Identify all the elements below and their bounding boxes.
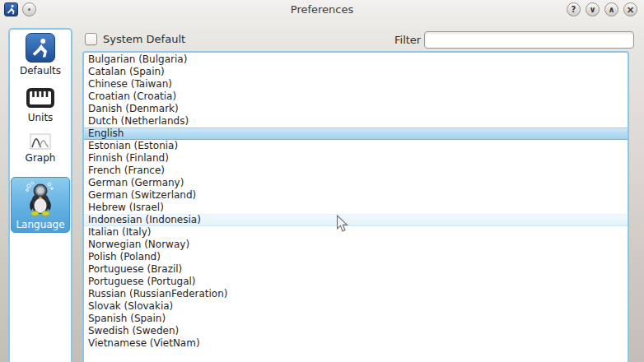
keep-above-button[interactable]: ∧ [604, 2, 618, 16]
sidebar-item-language[interactable]: Language [11, 177, 70, 233]
penguin-icon [23, 180, 58, 216]
close-button[interactable]: × [623, 2, 637, 16]
language-list: Bulgarian (Bulgaria)Catalan (Spain)Chine… [82, 51, 629, 362]
sidebar-item-label: Language [16, 219, 64, 230]
language-list-item[interactable]: Croatian (Croatia) [84, 90, 628, 103]
language-list-item[interactable]: Norwegian (Norway) [84, 239, 628, 251]
sidebar-item-label: Units [28, 112, 54, 123]
language-list-item[interactable]: Portuguese (Brazil) [84, 263, 628, 276]
language-list-item[interactable]: Chinese (Taiwan) [84, 78, 628, 90]
sidebar-item-label: Graph [26, 152, 56, 164]
window-controls: ? ∨ ∧ × [567, 2, 637, 16]
language-list-item[interactable]: German (Switzerland) [84, 189, 628, 202]
sidebar-item-graph[interactable]: Graph [11, 132, 70, 165]
language-list-item[interactable]: Catalan (Spain) [84, 66, 628, 78]
window-title: Preferences [0, 3, 644, 16]
sidebar-item-units[interactable]: Units [11, 85, 70, 125]
sidebar-item-defaults[interactable]: Defaults [11, 31, 70, 78]
language-list-item[interactable]: Spanish (Spain) [84, 313, 628, 325]
language-list-item[interactable]: Vietnamese (VietNam) [84, 337, 628, 350]
language-list-item[interactable]: German (Germany) [84, 177, 628, 189]
language-list-item[interactable]: Indonesian (Indonesia) [84, 214, 628, 226]
language-list-item[interactable]: Hebrew (Israel) [84, 202, 628, 214]
language-list-item[interactable]: Dutch (Netherlands) [84, 115, 628, 128]
checkbox-box-icon[interactable] [85, 33, 97, 45]
ruler-icon [26, 86, 55, 109]
language-list-item[interactable]: Slovak (Slovakia) [84, 300, 628, 313]
sidebar-item-label: Defaults [20, 65, 61, 77]
filter-label: Filter [394, 34, 421, 46]
system-default-label: System Default [103, 33, 185, 45]
keep-below-button[interactable]: ∨ [586, 2, 600, 16]
language-list-item[interactable]: Bulgarian (Bulgaria) [84, 53, 628, 66]
language-list-item[interactable]: Danish (Denmark) [84, 103, 628, 115]
language-list-item[interactable]: Portuguese (Portugal) [84, 276, 628, 288]
system-default-checkbox[interactable]: System Default [85, 33, 185, 45]
graph-icon [30, 133, 51, 150]
language-list-item[interactable]: Polish (Poland) [84, 251, 628, 263]
category-sidebar: DefaultsUnitsGraphLanguage [8, 28, 72, 362]
titlebar: Preferences ? ∨ ∧ × [0, 0, 644, 18]
language-list-item[interactable]: Russian (RussianFederation) [84, 288, 628, 300]
language-list-item[interactable]: Finnish (Finland) [84, 152, 628, 165]
language-list-item[interactable]: English [84, 128, 628, 140]
language-list-item[interactable]: Swedish (Sweden) [84, 325, 628, 337]
language-list-item[interactable]: Italian (Italy) [84, 226, 628, 239]
language-list-item[interactable]: French (France) [84, 165, 628, 177]
filter-input[interactable] [424, 31, 634, 49]
language-list-item[interactable]: Estonian (Estonia) [84, 140, 628, 152]
help-button[interactable]: ? [567, 2, 581, 16]
diver-icon [26, 33, 55, 63]
